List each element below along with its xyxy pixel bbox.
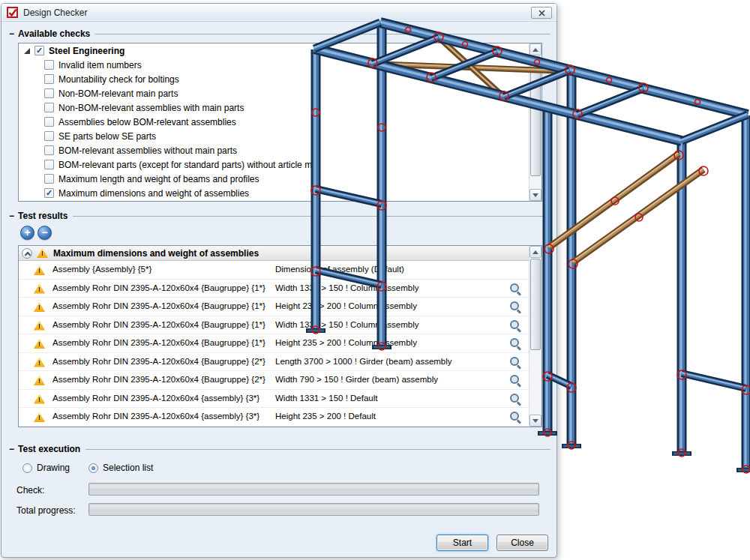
checkbox[interactable]	[44, 174, 54, 184]
radio-button-drawing[interactable]	[22, 463, 32, 473]
tree-expander-icon[interactable]	[24, 48, 30, 54]
scroll-down-button[interactable]	[530, 415, 542, 427]
tree-item-label: SE parts below SE parts	[58, 131, 156, 142]
results-scrollbar[interactable]	[529, 246, 542, 427]
result-row[interactable]: Assembly Rohr DIN 2395-A-120x60x4 {Baugr…	[19, 280, 529, 298]
result-item-name: Assembly Rohr DIN 2395-A-120x60x4 {Baugr…	[52, 301, 272, 310]
tree-item-label: Mountability check for boltings	[58, 74, 179, 85]
magnifier-icon[interactable]	[510, 394, 521, 405]
results-rows: Assembly {Assembly} {5*}Dimensions of as…	[19, 261, 529, 427]
result-message: Height 235 > 200 ! Column assembly	[275, 301, 512, 310]
add-result-filter-button[interactable]: +	[20, 226, 34, 240]
collapse-minus-icon[interactable]: −	[9, 445, 14, 453]
result-message: Width 1331 > 150 ! Default	[275, 394, 512, 403]
result-row[interactable]: Assembly Rohr DIN 2395-A-120x60x4 {Baugr…	[19, 334, 529, 353]
close-window-button[interactable]	[531, 7, 552, 19]
tree-item[interactable]: BOM-relevant assemblies without main par…	[19, 143, 529, 157]
group-rule	[86, 449, 550, 450]
radio-drawing[interactable]: Drawing	[22, 463, 70, 473]
checkbox[interactable]	[44, 160, 54, 169]
magnifier-icon[interactable]	[510, 412, 521, 423]
checkbox[interactable]: ✓	[34, 46, 44, 55]
warning-icon	[34, 321, 45, 331]
tree-item-steel-engineering[interactable]: ✓ Steel Engineering	[19, 43, 529, 58]
checkbox[interactable]	[44, 60, 54, 70]
tree-item[interactable]: Maximum length and weight of beams and p…	[19, 172, 529, 186]
scrollbar-thumb[interactable]	[530, 259, 541, 350]
tree-item-label: Non-BOM-relevant main parts	[58, 88, 178, 99]
result-item-name: Assembly Rohr DIN 2395-A-120x60x4 {Baugr…	[52, 320, 272, 329]
magnifier-icon[interactable]	[510, 320, 521, 331]
tree-item-label: Invalid item numbers	[58, 60, 142, 70]
tree-item[interactable]: Invalid item numbers	[19, 58, 529, 72]
radio-button-selection-list[interactable]	[88, 463, 98, 473]
result-item-name: Assembly Rohr DIN 2395-A-120x60x4 {Baugr…	[52, 283, 272, 292]
test-results-group-header: − Test results	[9, 211, 550, 221]
tree-item[interactable]: Mountability check for boltings	[19, 72, 529, 86]
tree-item[interactable]: Assemblies below BOM-relevant assemblies	[19, 115, 529, 129]
result-row[interactable]: Assembly Rohr DIN 2395-A-120x60x4 {assem…	[19, 390, 529, 409]
result-row[interactable]: Assembly {Assembly} {5*}Dimensions of as…	[19, 261, 529, 280]
magnifier-icon[interactable]	[510, 301, 521, 313]
result-message: Width 1331 > 150 ! Column assembly	[275, 283, 512, 292]
start-button[interactable]: Start	[436, 535, 488, 551]
checkbox[interactable]	[44, 88, 54, 98]
tree-item-label: Assemblies below BOM-relevant assemblies	[58, 117, 236, 127]
checkbox[interactable]	[44, 131, 54, 141]
magnifier-icon[interactable]	[510, 283, 521, 295]
scrollbar-thumb[interactable]	[530, 56, 541, 176]
magnifier-icon[interactable]	[510, 375, 521, 386]
checkbox[interactable]: ✓	[44, 188, 54, 198]
titlebar[interactable]: Design Checker	[2, 4, 556, 22]
window-title: Design Checker	[23, 7, 87, 18]
tree-item[interactable]: ✓Maximum dimensions and weight of assemb…	[19, 186, 529, 200]
group-label: Available checks	[18, 28, 90, 39]
total-progress-bar	[88, 503, 539, 516]
close-button[interactable]: Close	[496, 535, 548, 551]
warning-icon	[37, 248, 48, 258]
available-checks-group-header: − Available checks	[9, 28, 550, 39]
available-checks-list: ✓ Steel Engineering Invalid item numbers…	[18, 43, 542, 202]
group-label: Test results	[18, 211, 68, 221]
radio-label[interactable]: Selection list	[103, 463, 153, 473]
radio-label[interactable]: Drawing	[37, 463, 70, 473]
arrow-up-icon	[532, 250, 538, 254]
radio-selection-list[interactable]: Selection list	[88, 463, 153, 473]
collapse-chevron-icon[interactable]	[22, 248, 32, 259]
result-item-name: Assembly Rohr DIN 2395-A-120x60x4 {Baugr…	[52, 338, 272, 347]
close-icon	[538, 10, 545, 16]
checkbox[interactable]	[44, 117, 54, 127]
collapse-minus-icon[interactable]: −	[9, 212, 14, 220]
check-progress-bar	[88, 483, 539, 496]
checkbox[interactable]	[44, 103, 54, 112]
tree-item[interactable]: BOM-relevant parts (except for standard …	[19, 157, 529, 172]
result-row[interactable]: Assembly Rohr DIN 2395-A-120x60x4 {Baugr…	[19, 371, 529, 390]
magnifier-icon[interactable]	[510, 357, 521, 368]
remove-result-filter-button[interactable]: −	[38, 226, 52, 240]
arrow-up-icon	[532, 48, 538, 52]
collapse-minus-icon[interactable]: −	[9, 30, 14, 37]
checkbox[interactable]	[44, 145, 54, 155]
result-row[interactable]: Assembly Rohr DIN 2395-A-120x60x4 {Baugr…	[19, 316, 529, 335]
checkbox[interactable]	[44, 74, 54, 84]
tree-item[interactable]: SE parts below SE parts	[19, 129, 529, 143]
result-row[interactable]: Assembly Rohr DIN 2395-A-120x60x4 {assem…	[19, 408, 529, 427]
result-item-name: Assembly {Assembly} {5*}	[52, 265, 272, 274]
group-label: Test execution	[18, 444, 80, 454]
result-item-name: Assembly Rohr DIN 2395-A-120x60x4 {Baugr…	[52, 375, 272, 384]
result-row[interactable]: Assembly Rohr DIN 2395-A-120x60x4 {Baugr…	[19, 353, 529, 372]
tree-item[interactable]: Non-BOM-relevant main parts	[19, 86, 529, 100]
scroll-down-button[interactable]	[530, 189, 542, 201]
result-message: Width 790 > 150 ! Girder (beam) assembly	[275, 375, 512, 384]
tree-item[interactable]: Non-BOM-relevant assemblies with main pa…	[19, 100, 529, 115]
checks-scrollbar[interactable]	[529, 43, 542, 201]
result-row[interactable]: Assembly Rohr DIN 2395-A-120x60x4 {Baugr…	[19, 298, 529, 316]
scroll-up-button[interactable]	[530, 246, 542, 258]
results-area: Maximum dimensions and weight of assembl…	[19, 246, 529, 427]
tree-item-label: BOM-relevant assemblies without main par…	[58, 145, 237, 156]
scroll-up-button[interactable]	[530, 43, 542, 55]
results-group-row[interactable]: Maximum dimensions and weight of assembl…	[19, 246, 529, 261]
design-checker-app-icon	[7, 7, 19, 19]
warning-icon	[34, 412, 45, 422]
magnifier-icon[interactable]	[510, 338, 521, 349]
